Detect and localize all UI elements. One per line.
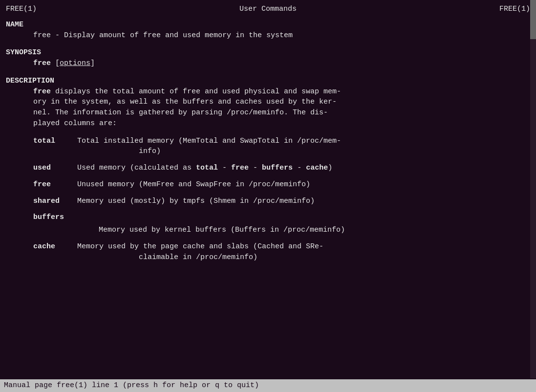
man-page-content: NAME free - Display amount of free and u… <box>0 20 536 263</box>
synopsis-options: options <box>60 59 90 67</box>
used-buffers-bold: buffers <box>262 164 293 172</box>
section-description: DESCRIPTION free displays the total amou… <box>6 76 530 263</box>
scrollbar[interactable] <box>530 0 536 378</box>
field-shared-label: shared <box>33 196 77 207</box>
intro-text-1: displays the total amount of free and us… <box>51 87 341 96</box>
intro-text-4: played columns are: <box>33 119 117 128</box>
field-free: free Unused memory (MemFree and SwapFree… <box>6 179 530 190</box>
synopsis-space: [ <box>55 59 60 67</box>
section-synopsis-label: SYNOPSIS <box>6 47 530 58</box>
field-used-label: used <box>33 163 77 174</box>
section-description-label: DESCRIPTION <box>6 76 530 87</box>
scrollbar-thumb[interactable] <box>530 0 536 39</box>
section-name-content: free - Display amount of free and used m… <box>6 30 530 41</box>
section-name-label: NAME <box>6 20 530 30</box>
field-buffers-label: buffers <box>33 213 64 221</box>
intro-free-bold: free <box>33 87 51 96</box>
header-center: User Commands <box>239 4 297 15</box>
used-total-bold: total <box>196 164 218 172</box>
field-shared: shared Memory used (mostly) by tmpfs (Sh… <box>6 196 530 207</box>
synopsis-bracket: ] <box>90 59 95 67</box>
field-cache-content: Memory used by the page cache and slabs … <box>77 241 530 263</box>
used-cache-bold: cache <box>306 164 328 172</box>
status-bar: Manual page free(1) line 1 (press h for … <box>0 379 536 392</box>
field-total-label: total <box>33 136 77 157</box>
terminal-window: FREE(1) User Commands FREE(1) NAME free … <box>0 0 536 392</box>
section-name: NAME free - Display amount of free and u… <box>6 20 530 41</box>
field-total-content: Total installed memory (MemTotal and Swa… <box>77 136 530 157</box>
header-right: FREE(1) <box>499 4 530 15</box>
field-cache-label: cache <box>33 241 77 263</box>
intro-text-3: nel. The information is gathered by pars… <box>33 109 328 117</box>
field-used-content: Used memory (calculated as total - free … <box>77 163 530 174</box>
field-used: used Used memory (calculated as total - … <box>6 163 530 174</box>
field-shared-content: Memory used (mostly) by tmpfs (Shmem in … <box>77 196 530 207</box>
field-free-content: Unused memory (MemFree and SwapFree in /… <box>77 179 530 190</box>
field-buffers-content-wrapper: Memory used by kernel buffers (Buffers i… <box>6 225 530 236</box>
field-buffers-content: Memory used by kernel buffers (Buffers i… <box>99 226 345 234</box>
header-left: FREE(1) <box>6 4 37 15</box>
synopsis-command: free <box>33 59 51 67</box>
field-free-label: free <box>33 179 77 190</box>
field-cache: cache Memory used by the page cache and … <box>6 241 530 263</box>
man-page-header: FREE(1) User Commands FREE(1) <box>0 4 536 15</box>
field-buffers: buffers <box>6 212 530 223</box>
section-synopsis-content: free [options] <box>6 58 530 69</box>
intro-text-2: ory in the system, as well as the buffer… <box>33 98 337 106</box>
section-synopsis: SYNOPSIS free [options] <box>6 47 530 69</box>
field-total: total Total installed memory (MemTotal a… <box>6 136 530 157</box>
status-bar-text: Manual page free(1) line 1 (press h for … <box>4 381 259 390</box>
used-free-bold: free <box>231 164 249 172</box>
description-intro: free displays the total amount of free a… <box>6 87 530 129</box>
